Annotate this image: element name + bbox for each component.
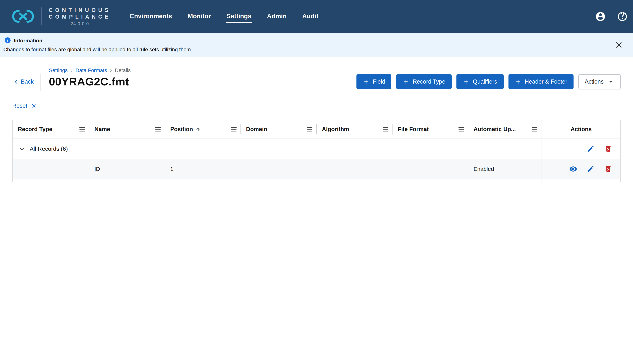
breadcrumb: Settings›Data Formats›Details — [49, 67, 131, 73]
column-menu-icon[interactable] — [458, 126, 465, 133]
back-button[interactable]: Back — [12, 78, 34, 86]
chevron-left-icon — [12, 78, 20, 86]
add-header-footer-button[interactable]: Header & Footer — [508, 74, 573, 89]
record-type-cell — [13, 159, 89, 179]
app-window: CONTINUOUS COMPLIANCE 24.0.0.0 Environme… — [0, 0, 633, 182]
button-label: Qualifiers — [473, 78, 497, 85]
nav-item-settings[interactable]: Settings — [226, 9, 252, 24]
column-header-position[interactable]: Position — [165, 120, 241, 138]
info-banner-header: Information — [3, 37, 607, 44]
column-header-actions[interactable]: Actions — [541, 120, 620, 138]
record-type-cell: All Records (6) — [13, 139, 541, 158]
page-header-buttons: FieldRecord TypeQualifiersHeader & Foote… — [356, 74, 621, 91]
record-type-cell — [13, 179, 89, 182]
position-cell: 2 — [165, 179, 241, 182]
brand-line-2: COMPLIANCE — [49, 13, 111, 20]
button-label: Record Type — [413, 78, 445, 85]
algorithm-cell — [317, 159, 392, 179]
header-buttons: FieldRecord TypeQualifiersHeader & Foote… — [356, 74, 574, 89]
domain-cell — [241, 179, 317, 182]
column-label: Record Type — [18, 126, 53, 132]
plus-icon — [403, 78, 409, 85]
button-label: Field — [373, 78, 385, 85]
domain-cell — [241, 159, 317, 179]
breadcrumb-item-data-formats[interactable]: Data Formats — [76, 67, 107, 73]
column-menu-icon[interactable] — [306, 126, 313, 133]
column-menu-icon[interactable] — [230, 126, 238, 133]
nav-item-environments[interactable]: Environments — [130, 9, 173, 24]
table-header-row: Record TypeNamePositionDomainAlgorithmFi… — [13, 120, 620, 139]
column-menu-icon[interactable] — [79, 126, 86, 133]
column-header-domain[interactable]: Domain — [241, 120, 317, 138]
view-icon[interactable] — [569, 165, 577, 173]
info-banner-title: Information — [14, 37, 42, 43]
top-navbar: CONTINUOUS COMPLIANCE 24.0.0.0 Environme… — [0, 0, 633, 33]
brand-area: CONTINUOUS COMPLIANCE 24.0.0.0 — [0, 7, 111, 26]
column-header-name[interactable]: Name — [89, 120, 165, 138]
actions-menu-button[interactable]: Actions — [578, 74, 621, 89]
reset-filter-button[interactable]: Reset — [12, 102, 37, 109]
format-fields-table: Record TypeNamePositionDomainAlgorithmFi… — [12, 120, 621, 182]
column-label: Automatic Up... — [473, 126, 516, 132]
caret-down-icon — [607, 78, 614, 85]
name-cell: UNMASKED_00 — [89, 179, 165, 182]
automatic-update-cell: Enabled — [468, 179, 541, 182]
app-version: 24.0.0.0 — [49, 22, 111, 26]
brand-line-1: CONTINUOUS — [49, 7, 111, 13]
edit-icon[interactable] — [587, 165, 595, 173]
add-qualifiers-button[interactable]: Qualifiers — [456, 74, 503, 89]
plus-icon — [363, 78, 369, 85]
delphix-logo-icon[interactable] — [12, 9, 34, 24]
breadcrumb-item-details: Details — [115, 67, 131, 73]
help-icon[interactable] — [617, 11, 628, 22]
main-nav: EnvironmentsMonitorSettingsAdminAudit — [130, 0, 319, 33]
button-label: Header & Footer — [525, 78, 567, 85]
brand-text: CONTINUOUS COMPLIANCE 24.0.0.0 — [49, 7, 111, 26]
nav-item-admin[interactable]: Admin — [267, 9, 287, 24]
info-icon — [4, 37, 11, 44]
column-label: File Format — [398, 126, 429, 132]
plus-icon — [515, 78, 521, 85]
main-content: Back Settings›Data Formats›Details 00YRA… — [0, 67, 633, 182]
edit-icon[interactable] — [587, 145, 595, 153]
field-row: ID1Enabled — [13, 159, 620, 179]
record-type-row: All Records (6) — [13, 139, 620, 159]
header-divider — [40, 74, 41, 91]
breadcrumb-item-settings[interactable]: Settings — [49, 67, 68, 73]
name-cell: ID — [89, 159, 165, 179]
column-label: Position — [170, 126, 193, 132]
column-menu-icon[interactable] — [531, 126, 538, 133]
nav-item-monitor[interactable]: Monitor — [187, 9, 211, 24]
column-menu-icon[interactable] — [154, 126, 162, 133]
brand-divider — [41, 8, 42, 25]
column-header-file-format[interactable]: File Format — [392, 120, 468, 138]
banner-close-icon[interactable] — [614, 40, 624, 50]
delete-icon[interactable] — [604, 145, 612, 153]
info-banner-message: Changes to format files are global and w… — [3, 46, 607, 52]
navbar-right — [595, 11, 633, 22]
file-format-cell — [392, 159, 468, 179]
filter-row: Reset — [12, 102, 621, 109]
record-type-label: All Records (6) — [30, 146, 68, 152]
column-header-algorithm[interactable]: Algorithm — [317, 120, 392, 138]
sort-ascending-icon[interactable] — [196, 126, 201, 132]
column-header-record-type[interactable]: Record Type — [13, 120, 89, 138]
breadcrumb-separator: › — [110, 67, 112, 73]
reset-label: Reset — [12, 102, 27, 109]
account-icon[interactable] — [595, 11, 606, 22]
row-actions — [541, 179, 620, 182]
delete-icon[interactable] — [604, 165, 612, 173]
column-label: Name — [94, 126, 110, 132]
collapse-chevron-icon[interactable] — [18, 145, 26, 152]
file-format-cell — [392, 179, 468, 182]
column-header-automatic-up-[interactable]: Automatic Up... — [468, 120, 541, 138]
page-header: Back Settings›Data Formats›Details 00YRA… — [12, 67, 621, 91]
page-header-left: Back Settings›Data Formats›Details 00YRA… — [12, 67, 131, 91]
add-field-button[interactable]: Field — [356, 74, 392, 89]
actions-label: Actions — [585, 78, 604, 85]
row-actions — [541, 139, 620, 158]
add-record-type-button[interactable]: Record Type — [396, 74, 452, 89]
nav-item-audit[interactable]: Audit — [302, 9, 319, 24]
breadcrumb-separator: › — [71, 67, 73, 73]
column-menu-icon[interactable] — [382, 126, 389, 133]
